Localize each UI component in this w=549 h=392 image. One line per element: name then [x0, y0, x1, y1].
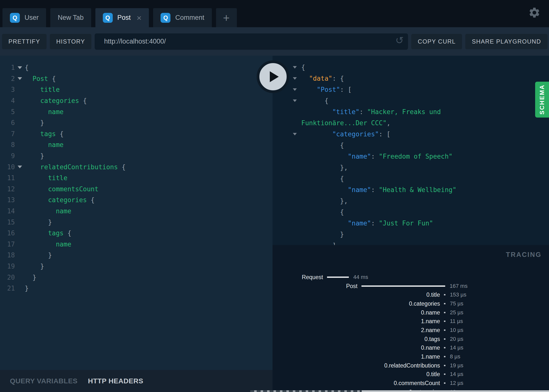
schema-side-tab[interactable]: SCHEMA — [535, 82, 549, 118]
editor-code: title — [25, 174, 67, 182]
line-number: 11 — [0, 174, 15, 182]
settings-gear-icon[interactable] — [528, 6, 541, 19]
code-token: tags — [40, 130, 60, 138]
code-token: { — [325, 97, 329, 104]
editor-line: 5name — [0, 106, 273, 117]
code-token: commentsCount — [48, 185, 99, 193]
add-tab-button[interactable]: + — [216, 8, 237, 27]
editor-code: name — [25, 141, 64, 148]
code-token: "name" — [348, 153, 371, 160]
code-token: Post — [32, 75, 52, 82]
fold-arrow-icon[interactable] — [293, 133, 297, 135]
response-code: Funktionäre...Der CCC", — [301, 119, 390, 127]
fold-column — [15, 166, 25, 168]
response-code: { — [301, 208, 344, 216]
code-token: name — [56, 207, 71, 215]
play-icon — [270, 71, 279, 82]
response-line: ] — [273, 240, 549, 245]
line-number: 14 — [0, 207, 15, 215]
reload-schema-icon[interactable]: ↺ — [395, 35, 404, 45]
prettify-button[interactable]: PRETTIFY — [2, 34, 47, 49]
editor-line: 3title — [0, 84, 273, 95]
tracing-dash — [444, 374, 445, 375]
tracing-row: 0.name14 µs — [273, 343, 549, 352]
code-token: "Hacker, Freaks und — [367, 108, 441, 116]
fold-arrow-icon[interactable] — [18, 77, 22, 80]
tab-new-tab[interactable]: New Tab — [50, 8, 91, 27]
fold-arrow-icon[interactable] — [293, 99, 297, 102]
editor-code: name — [25, 241, 71, 248]
share-playground-button[interactable]: SHARE PLAYGROUND — [465, 34, 548, 49]
response-code: "name": "Just For Fun" — [301, 220, 433, 227]
tab-user[interactable]: QUser — [2, 8, 46, 27]
code-token: } — [32, 274, 36, 281]
tracing-dash — [444, 383, 445, 384]
tab-label: User — [25, 14, 39, 22]
code-token: : { — [332, 75, 344, 82]
query-type-badge: Q — [161, 13, 170, 23]
fold-arrow-icon[interactable] — [18, 66, 22, 69]
query-variables-button[interactable]: QUERY VARIABLES — [10, 377, 78, 385]
code-token: name — [48, 108, 64, 116]
code-token: "Just For Fun" — [379, 220, 433, 227]
line-number: 15 — [0, 219, 15, 226]
editor-line: 4categories { — [0, 95, 273, 106]
response-code: { — [301, 64, 305, 71]
close-tab-icon[interactable]: × — [137, 14, 142, 22]
line-number: 16 — [0, 229, 15, 237]
fold-arrow-icon[interactable] — [18, 166, 22, 168]
editor-code: name — [25, 108, 64, 116]
tracing-row: 0.title153 µs — [273, 290, 549, 299]
editor-line: 8name — [0, 139, 273, 150]
response-code: "categories": [ — [301, 130, 390, 138]
response-line: "name": "Just For Fun" — [273, 218, 549, 229]
code-token: } — [25, 285, 29, 292]
tab-comment[interactable]: QComment — [153, 8, 212, 27]
fold-arrow-icon[interactable] — [293, 88, 297, 91]
tracing-dash — [444, 347, 445, 348]
execute-query-button[interactable] — [257, 60, 289, 93]
tracing-row-label: 0.categories — [409, 300, 440, 307]
response-code: }, — [301, 164, 348, 171]
clipped-bottom-strip — [250, 390, 549, 392]
code-token: tags — [48, 229, 67, 237]
tracing-row: 0.name25 µs — [273, 308, 549, 317]
endpoint-url-input[interactable] — [95, 33, 408, 50]
response-line: } — [273, 229, 549, 240]
tracing-bar — [327, 276, 349, 278]
response-line: "title": "Hacker, Freaks und — [273, 106, 549, 117]
query-editor-pane[interactable]: 1{2Post {3title4categories {5name6}7tags… — [0, 56, 273, 370]
editor-line: 6} — [0, 117, 273, 128]
editor-line: 13categories { — [0, 195, 273, 206]
line-number: 18 — [0, 251, 15, 259]
code-token: { — [60, 130, 64, 138]
line-number: 13 — [0, 196, 15, 204]
tracing-dash — [444, 365, 445, 366]
editor-line: 2Post { — [0, 73, 273, 84]
response-code: "Post": [ — [301, 86, 352, 93]
history-button[interactable]: HISTORY — [50, 34, 91, 49]
response-line: { — [273, 95, 549, 106]
fold-arrow-icon[interactable] — [293, 77, 297, 80]
editor-code: categories { — [25, 97, 87, 104]
http-headers-button[interactable]: HTTP HEADERS — [88, 377, 143, 385]
tab-post[interactable]: QPost× — [95, 8, 149, 27]
response-pane: {"data": {"Post": [{"title": "Hacker, Fr… — [273, 56, 549, 245]
tracing-duration: 44 ms — [353, 274, 368, 280]
tracing-dash — [444, 321, 445, 322]
tracing-dash — [444, 329, 445, 331]
line-number: 7 — [0, 130, 15, 138]
copy-curl-button[interactable]: COPY CURL — [411, 34, 462, 49]
code-token: : — [371, 153, 379, 160]
code-token: ] — [332, 242, 336, 245]
code-token: }, — [340, 197, 348, 205]
tab-bar: QUserNew TabQPost×QComment+ — [0, 0, 549, 27]
editor-code: title — [25, 86, 60, 93]
fold-arrow-icon[interactable] — [293, 66, 297, 69]
line-number: 21 — [0, 285, 15, 292]
editor-line: 12commentsCount — [0, 184, 273, 195]
response-line: { — [273, 173, 549, 184]
code-token: : — [371, 186, 379, 194]
response-line: }, — [273, 195, 549, 206]
code-token: { — [52, 75, 56, 82]
